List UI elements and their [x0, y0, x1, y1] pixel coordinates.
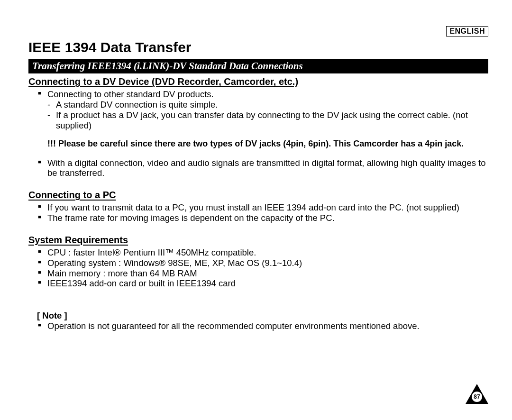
dash-list: A standard DV connection is quite simple…: [47, 100, 488, 130]
note-label: [ Note ]: [37, 310, 488, 321]
list-item: The frame rate for moving images is depe…: [38, 213, 488, 223]
list-item: With a digital connection, video and aud…: [38, 158, 488, 179]
subtitle-bar: Transferring IEEE1394 (i.LINK)-DV Standa…: [28, 59, 488, 73]
list-item: Operating system : Windows® 98SE, ME, XP…: [38, 258, 488, 268]
list-item: A standard DV connection is quite simple…: [47, 100, 488, 110]
list-text: Connecting to other standard DV products…: [47, 89, 214, 99]
language-label: ENGLISH: [446, 26, 488, 37]
section-heading-dv-device: Connecting to a DV Device (DVD Recorder,…: [28, 76, 488, 87]
note-list: Operation is not guaranteed for all the …: [38, 321, 488, 331]
list-item: Main memory : more than 64 MB RAM: [38, 268, 488, 279]
page-number-badge: 87: [466, 384, 488, 404]
list-item: If a product has a DV jack, you can tran…: [47, 110, 488, 131]
list-item: Connecting to other standard DV products…: [38, 89, 488, 130]
warning-text: !!! Please be careful since there are tw…: [47, 139, 488, 149]
section1-list: Connecting to other standard DV products…: [38, 89, 488, 130]
manual-page: ENGLISH IEEE 1394 Data Transfer Transfer…: [0, 0, 512, 420]
page-number: 87: [472, 392, 482, 402]
section-heading-sysreq: System Requirements: [28, 235, 488, 246]
list-item: IEEE1394 add-on card or built in IEEE139…: [38, 278, 488, 289]
page-title: IEEE 1394 Data Transfer: [28, 39, 488, 55]
section-heading-pc: Connecting to a PC: [28, 190, 488, 201]
section2-list: If you want to transmit data to a PC, yo…: [38, 202, 488, 223]
section3-list: CPU : faster Intel® Pentium III™ 450MHz …: [38, 247, 488, 289]
list-item: CPU : faster Intel® Pentium III™ 450MHz …: [38, 247, 488, 258]
list-item: Operation is not guaranteed for all the …: [38, 321, 488, 331]
section1-list-2: With a digital connection, video and aud…: [38, 158, 488, 179]
list-item: If you want to transmit data to a PC, yo…: [38, 202, 488, 213]
